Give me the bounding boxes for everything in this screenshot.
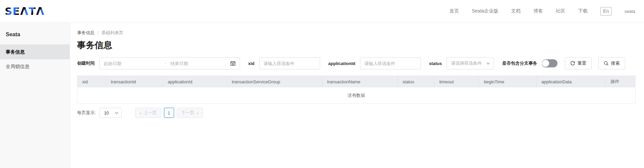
page-size-label: 每页显示: bbox=[77, 110, 96, 116]
include-branch-label: 是否包含分支事务 bbox=[502, 60, 537, 66]
chevron-right-icon: › bbox=[197, 110, 198, 115]
created-time-label: 创建时间 bbox=[77, 60, 95, 66]
column-header-xid: xid bbox=[77, 76, 106, 87]
filter-bar: 创建时间 - xid applicatio bbox=[77, 57, 636, 69]
sidebar-title: Seata bbox=[0, 23, 70, 45]
logo-letter: S bbox=[5, 5, 13, 17]
chevron-down-icon bbox=[115, 111, 119, 115]
reset-button[interactable]: 重置 bbox=[565, 57, 592, 69]
breadcrumb-current: 基础列表页 bbox=[101, 30, 123, 35]
application-id-input[interactable] bbox=[360, 57, 421, 69]
column-header-application-data: applicationData bbox=[536, 76, 606, 87]
breadcrumb-section[interactable]: 事务信息 bbox=[77, 30, 95, 35]
date-range-separator: - bbox=[165, 61, 166, 66]
sidebar-item-global-lock-info[interactable]: 全局锁信息 bbox=[0, 59, 70, 74]
top-navigation: 首页 Seata企业版 文档 博客 社区 下载 En seata bbox=[449, 7, 635, 16]
nav-item-docs[interactable]: 文档 bbox=[511, 8, 521, 14]
column-header-timeout: timeout bbox=[434, 76, 479, 87]
column-header-begin-time: beginTime bbox=[479, 76, 536, 87]
status-select[interactable]: 请选择筛选条件 bbox=[447, 57, 494, 69]
column-header-transaction-id: transactionId bbox=[106, 76, 163, 87]
logo-letter: T bbox=[29, 5, 36, 17]
sidebar-item-transaction-info[interactable]: 事务信息 bbox=[0, 45, 70, 59]
column-header-status: status bbox=[398, 76, 434, 87]
sidebar: Seata 事务信息 全局锁信息 bbox=[0, 23, 70, 168]
breadcrumb: 事务信息/基础列表页 bbox=[77, 30, 636, 36]
page-size-select[interactable]: 10 bbox=[99, 108, 122, 118]
start-date-input[interactable] bbox=[104, 61, 161, 66]
end-date-input[interactable] bbox=[170, 61, 228, 66]
chevron-left-icon: ‹ bbox=[140, 110, 141, 115]
breadcrumb-separator: / bbox=[97, 30, 99, 35]
xid-label: xid bbox=[248, 61, 255, 66]
nav-item-enterprise[interactable]: Seata企业版 bbox=[472, 8, 498, 14]
topbar: SEΛTΛ 首页 Seata企业版 文档 博客 社区 下载 En seata bbox=[0, 0, 644, 23]
transaction-table: xid transactionId applicationId transact… bbox=[77, 76, 636, 104]
column-header-application-id: applicationId bbox=[163, 76, 227, 87]
pager: ‹ 上一页 1 下一页 › bbox=[135, 108, 203, 118]
empty-row: 没有数据 bbox=[77, 87, 635, 103]
nav-item-download[interactable]: 下载 bbox=[578, 8, 588, 14]
status-label: status bbox=[429, 61, 442, 66]
column-header-actions: 操作 bbox=[605, 76, 635, 87]
language-switch-button[interactable]: En bbox=[600, 7, 612, 16]
refresh-icon bbox=[570, 61, 575, 66]
next-page-label: 下一页 bbox=[181, 110, 194, 116]
pagination: 每页显示: 10 ‹ 上一页 1 下一页 › bbox=[77, 108, 636, 118]
search-button-label: 搜索 bbox=[611, 60, 620, 66]
date-range-picker[interactable]: - bbox=[99, 57, 240, 69]
prev-page-label: 上一页 bbox=[144, 110, 157, 116]
page-size-value: 10 bbox=[104, 110, 109, 115]
logo-letter: Λ bbox=[20, 5, 29, 17]
status-select-placeholder: 请选择筛选条件 bbox=[451, 60, 482, 66]
current-page-button[interactable]: 1 bbox=[164, 108, 174, 118]
application-id-label: applicationId bbox=[328, 61, 355, 66]
toggle-knob bbox=[542, 60, 549, 67]
empty-state-text: 没有数据 bbox=[77, 87, 635, 103]
search-icon bbox=[604, 61, 609, 66]
prev-page-button[interactable]: ‹ 上一页 bbox=[135, 108, 161, 118]
column-header-transaction-name: transactionName bbox=[322, 76, 398, 87]
logo-letter: Λ bbox=[36, 5, 45, 17]
current-username[interactable]: seata bbox=[624, 9, 635, 14]
nav-item-blog[interactable]: 博客 bbox=[533, 8, 543, 14]
nav-item-community[interactable]: 社区 bbox=[556, 8, 565, 14]
chevron-down-icon bbox=[486, 61, 490, 65]
calendar-icon[interactable] bbox=[230, 61, 236, 66]
main-content: 事务信息/基础列表页 事务信息 创建时间 - bbox=[70, 23, 644, 168]
nav-item-home[interactable]: 首页 bbox=[449, 8, 459, 14]
xid-input[interactable] bbox=[259, 57, 320, 69]
seata-logo[interactable]: SEΛTΛ bbox=[5, 5, 45, 17]
table-header-row: xid transactionId applicationId transact… bbox=[77, 76, 635, 87]
next-page-button[interactable]: 下一页 › bbox=[177, 108, 203, 118]
reset-button-label: 重置 bbox=[577, 60, 586, 66]
include-branch-toggle[interactable] bbox=[542, 59, 557, 67]
column-header-transaction-service-group: transactionServiceGroup bbox=[227, 76, 322, 87]
page-title: 事务信息 bbox=[77, 39, 636, 51]
search-button[interactable]: 搜索 bbox=[598, 57, 625, 69]
logo-letter: E bbox=[13, 5, 20, 17]
